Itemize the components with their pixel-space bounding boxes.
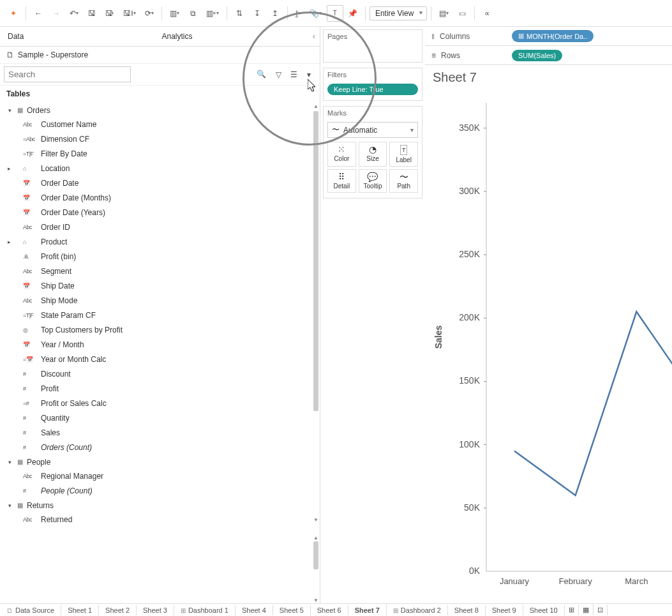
marks-color-button[interactable]: ⁙Color	[327, 142, 356, 167]
columns-shelf[interactable]: ⊞MONTH(Order Da..	[508, 28, 672, 44]
presentation-mode-button[interactable]: ▭	[454, 5, 470, 22]
forward-button[interactable]: →	[48, 5, 64, 22]
analytics-tab[interactable]: Analytics	[154, 27, 309, 46]
field-row[interactable]: .ılı.Profit (bin)	[0, 250, 312, 264]
field-row[interactable]: 📅Order Date	[0, 176, 312, 191]
fit-selector[interactable]: Entire View	[370, 6, 427, 20]
field-row[interactable]: =T|FState Param CF	[0, 308, 312, 323]
sheet-tab[interactable]: Sheet 5	[273, 605, 311, 615]
field-row[interactable]: 📅Order Date (Months)	[0, 191, 312, 206]
field-row[interactable]: 📅Ship Date	[0, 279, 312, 294]
field-row[interactable]: =📅Year or Month Calc	[0, 352, 312, 367]
field-row[interactable]: #Quantity	[0, 411, 312, 426]
group-button[interactable]: 📎▾	[306, 5, 325, 22]
field-row[interactable]: ▸⌂Product	[0, 235, 312, 250]
view-as-list-button[interactable]: ☰	[287, 68, 301, 82]
new-tab-button[interactable]: ⊞	[565, 605, 579, 615]
show-labels-button[interactable]: T	[327, 5, 343, 22]
chart-viewport[interactable]: 50K100K150K200K250K300K350K0KSalesJanuar…	[425, 90, 672, 603]
sheet-tab[interactable]: Sheet 3	[137, 605, 174, 615]
sheet-tab[interactable]: Sheet 6	[311, 605, 348, 615]
data-pane-menu-button[interactable]: ▾	[302, 68, 316, 82]
new-worksheet-button[interactable]: ▥▾	[166, 5, 183, 22]
rows-pill-sales[interactable]: SUM(Sales)	[512, 50, 562, 61]
scroll-thumb[interactable]	[313, 111, 318, 411]
field-row[interactable]: #Orders (Count)	[0, 440, 312, 455]
marks-tooltip-button[interactable]: 💬Tooltip	[359, 169, 387, 193]
field-row[interactable]: #Returns (Count)	[0, 527, 312, 529]
swap-button[interactable]: ⇅	[231, 5, 248, 22]
filter-pill-keep-line[interactable]: Keep Line: True	[327, 84, 418, 95]
field-row[interactable]: =AbcDimension CF	[0, 132, 312, 147]
param-scrollbar[interactable]: ▲ ▼	[312, 534, 320, 603]
sheet-tab[interactable]: Sheet 8	[448, 605, 486, 615]
scroll-thumb[interactable]	[313, 541, 318, 569]
save-button[interactable]: 🖫	[84, 5, 100, 22]
marks-detail-button[interactable]: ⠿Detail	[327, 169, 356, 193]
field-row[interactable]: #Discount	[0, 367, 312, 382]
field-row[interactable]: 📅Year / Month	[0, 338, 312, 352]
marks-label-button[interactable]: TLabel	[389, 142, 418, 167]
datasource-row[interactable]: 🗋 Sample - Superstore	[0, 47, 320, 64]
marks-path-button[interactable]: 〜Path	[389, 169, 418, 193]
field-row[interactable]: ◎Top Customers by Profit	[0, 323, 312, 338]
duplicate-button[interactable]: ⧉	[184, 5, 201, 22]
sheet-tab[interactable]: Sheet 7	[348, 604, 387, 615]
refresh-button[interactable]: ⟳▾	[141, 5, 158, 22]
mark-type-selector[interactable]: 〜 Automatic	[327, 122, 418, 138]
new-tab-button[interactable]: ▦	[579, 605, 594, 615]
undo-button[interactable]: ↶▾	[66, 5, 82, 22]
show-cards-button[interactable]: ▤▾	[435, 5, 452, 22]
field-row[interactable]: =T|FFilter By Date	[0, 147, 312, 162]
pin-button[interactable]: 📌	[345, 5, 361, 22]
sheet-tab[interactable]: ⊞Dashboard 2	[387, 605, 448, 615]
table-row[interactable]: ▾▦Orders	[0, 103, 312, 117]
scroll-down-icon[interactable]: ▼	[312, 516, 320, 523]
new-tab-button[interactable]: ⊡	[594, 605, 608, 615]
scroll-up-icon[interactable]: ▲	[312, 534, 320, 541]
sheet-title[interactable]: Sheet 7	[425, 65, 672, 90]
new-data-source-button[interactable]: 🖫+	[101, 5, 118, 22]
field-row[interactable]: AbcOrder ID	[0, 220, 312, 235]
data-pane-scrollbar[interactable]: ▲ ▼	[312, 102, 320, 523]
table-row[interactable]: ▾▦People	[0, 455, 312, 469]
field-row[interactable]: AbcShip Mode	[0, 294, 312, 308]
rows-shelf[interactable]: SUM(Sales)	[508, 48, 672, 63]
field-row[interactable]: 📅Order Date (Years)	[0, 206, 312, 220]
field-row[interactable]: #Sales	[0, 426, 312, 440]
share-button[interactable]: ∝	[479, 5, 495, 22]
pause-auto-updates-button[interactable]: 🖫∥▾	[119, 5, 140, 22]
sheet-tab[interactable]: Sheet 4	[235, 605, 273, 615]
filter-fields-button[interactable]: ▽	[271, 68, 285, 82]
field-row[interactable]: =#Profit or Sales Calc	[0, 396, 312, 411]
sheet-tab[interactable]: 🗋Data Source	[0, 605, 61, 615]
field-row[interactable]: AbcCustomer Name	[0, 117, 312, 132]
highlight-button[interactable]: ℓ▾	[292, 5, 304, 22]
sort-asc-button[interactable]: ↧	[249, 5, 265, 22]
filters-shelf[interactable]: Filters Keep Line: True	[323, 68, 422, 101]
search-input[interactable]	[4, 66, 131, 82]
collapse-pane-button[interactable]: ‹	[308, 27, 320, 46]
sheet-tab[interactable]: Sheet 10	[523, 605, 565, 615]
sheet-tab[interactable]: Sheet 1	[61, 605, 99, 615]
field-row[interactable]: AbcReturned	[0, 513, 312, 527]
field-row[interactable]: ▸⌂Location	[0, 162, 312, 176]
sheet-tab[interactable]: ⊞Dashboard 1	[174, 605, 235, 615]
pages-shelf[interactable]: Pages	[323, 29, 422, 63]
data-tab[interactable]: Data	[0, 27, 154, 46]
field-row[interactable]: AbcSegment	[0, 264, 312, 279]
scroll-up-icon[interactable]: ▲	[312, 102, 320, 110]
sheet-tab[interactable]: Sheet 2	[99, 605, 137, 615]
scroll-down-icon[interactable]: ▼	[312, 596, 320, 603]
sort-desc-button[interactable]: ↥	[267, 5, 283, 22]
sheet-tab[interactable]: Sheet 9	[486, 605, 523, 615]
field-row[interactable]: #People (Count)	[0, 484, 312, 499]
back-button[interactable]: ←	[30, 5, 47, 22]
table-row[interactable]: ▾▦Returns	[0, 499, 312, 513]
field-row[interactable]: #Profit	[0, 382, 312, 396]
chart-line-series[interactable]	[514, 312, 672, 495]
columns-pill-month[interactable]: ⊞MONTH(Order Da..	[512, 30, 594, 42]
clear-button[interactable]: ▥✕▾	[202, 5, 223, 22]
marks-size-button[interactable]: ◔Size	[359, 142, 387, 167]
field-row[interactable]: AbcRegional Manager	[0, 469, 312, 484]
